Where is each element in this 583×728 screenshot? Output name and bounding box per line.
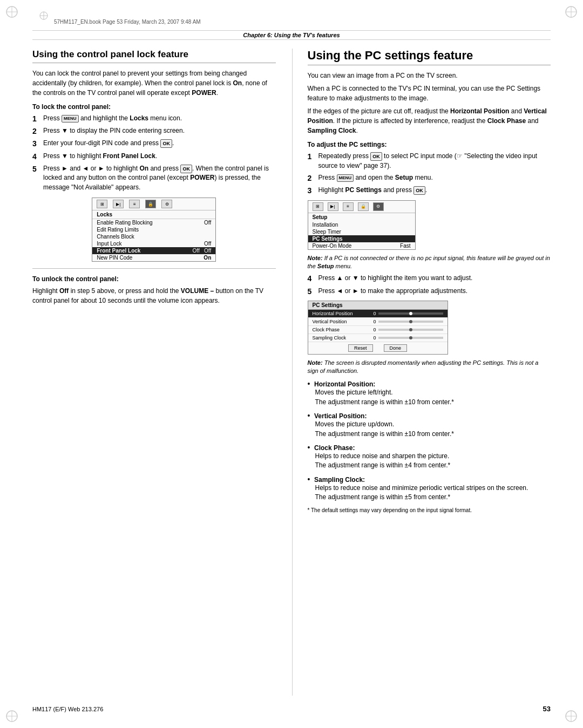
left-column: Using the control panel lock feature You… xyxy=(32,49,276,696)
locks-row-5-highlighted: Front Panel LockOff Off xyxy=(92,247,215,254)
adjust-step-5: 5 Press ◄ or ► to make the appropriate a… xyxy=(308,287,551,296)
bullet-clock: • Clock Phase: Helps to reduce noise and… xyxy=(308,443,551,471)
locks-header: Locks xyxy=(92,210,215,219)
lock-steps-list: 1 Press MENU and highlight the Locks men… xyxy=(32,114,276,192)
s-icon-gear: ⚙ xyxy=(373,202,384,211)
adjust-step-2: 2 Press MENU and open the Setup menu. xyxy=(308,173,551,183)
adjust-step-3: 3 Highlight PC Settings and press OK. xyxy=(308,186,551,195)
setup-icon-row: ⊞ ▶| ≡ 🔒 ⚙ xyxy=(308,201,415,213)
footnote: * The default settings may vary dependin… xyxy=(308,507,551,514)
setup-ui-box: ⊞ ▶| ≡ 🔒 ⚙ Setup Installation Sleep Time… xyxy=(308,200,416,250)
ok-icon-3: OK xyxy=(413,186,425,195)
lock-step-1: 1 Press MENU and highlight the Locks men… xyxy=(32,114,276,124)
to-lock-title: To lock the control panel: xyxy=(32,103,276,111)
menu-key-r: MENU xyxy=(337,174,354,182)
left-intro: You can lock the control panel to preven… xyxy=(32,69,276,98)
corner-mark-br xyxy=(564,709,579,724)
setup-row-2: Sleep Timer xyxy=(308,228,415,235)
right-column: Using the PC settings feature You can vi… xyxy=(292,49,551,696)
file-info: 57HM117_EN.book Page 53 Friday, March 23… xyxy=(54,19,201,25)
lock-step-2: 2 Press ▼ to display the PIN code enteri… xyxy=(32,126,276,136)
adjust-step-4: 4 Press ▲ or ▼ to highlight the item you… xyxy=(308,274,551,283)
adjust-step-1: 1 Repeatedly press OK to select PC input… xyxy=(308,152,551,171)
lock-step-3: 3 Enter your four-digit PIN code and pre… xyxy=(32,139,276,148)
s-icon-3: ≡ xyxy=(343,202,354,211)
right-intro-2: When a PC is connected to the TV's PC IN… xyxy=(308,84,551,103)
page-number: 53 xyxy=(543,705,551,713)
locks-row-2: Edit Rating Limits xyxy=(92,226,215,233)
s-icon-2: ▶| xyxy=(328,202,338,211)
pc-row-vert: Vertical Position 0 xyxy=(308,318,448,326)
ui-icon-lock: 🔒 xyxy=(145,200,156,208)
lock-step-5: 5 Press ► and ◄ or ► to highlight On and… xyxy=(32,164,276,192)
locks-row-3: Channels Block xyxy=(92,233,215,240)
ui-icon-3: ≡ xyxy=(129,200,140,208)
bullet-sampling: • Sampling Clock: Helps to reduce noise … xyxy=(308,475,551,502)
ui-icon-2: ▶| xyxy=(113,200,124,208)
adjust-steps-list: 1 Repeatedly press OK to select PC input… xyxy=(308,152,551,195)
bullet-horiz: • Horizontal Position: Moves the picture… xyxy=(308,379,551,407)
lock-step-4: 4 Press ▼ to highlight Front Panel Lock. xyxy=(32,152,276,161)
bullet-vert: • Vertical Position: Moves the picture u… xyxy=(308,411,551,439)
done-btn[interactable]: Done xyxy=(384,344,408,352)
left-section-title: Using the control panel lock feature xyxy=(32,49,276,63)
ok-icon-right: OK xyxy=(370,152,382,161)
reset-btn[interactable]: Reset xyxy=(348,344,373,352)
note1-box: Note: If a PC is not connected or there … xyxy=(308,254,551,271)
corner-mark-bl xyxy=(4,709,19,724)
main-content: Using the control panel lock feature You… xyxy=(32,49,551,696)
to-adjust-title: To adjust the PC settings: xyxy=(308,141,551,148)
locks-row-1: Enable Rating BlockingOff xyxy=(92,219,215,226)
setup-row-4: Power-On ModeFast xyxy=(308,242,415,249)
chapter-header-bar: Chapter 6: Using the TV's features xyxy=(32,30,551,40)
ui-icon-5: ⚙ xyxy=(161,200,172,208)
s-icon-4: 🔒 xyxy=(358,202,369,211)
pc-row-horiz: Horizontal Position 0 xyxy=(308,310,448,318)
pc-row-clock: Clock Phase 0 xyxy=(308,326,448,334)
adjust-steps-2: 4 Press ▲ or ▼ to highlight the item you… xyxy=(308,274,551,296)
locks-row-4: Input LockOff xyxy=(92,240,215,247)
locks-row-6: New PIN CodeOn xyxy=(92,254,215,261)
corner-mark-tr xyxy=(564,4,579,19)
setup-row-3-pc: PC Settings xyxy=(308,235,415,242)
menu-key-icon: MENU xyxy=(62,115,79,123)
locks-icon-row: ⊞ ▶| ≡ 🔒 ⚙ xyxy=(92,198,215,210)
pc-settings-header: PC Settings xyxy=(308,301,448,310)
right-intro-3: If the edges of the picture are cut off,… xyxy=(308,106,551,135)
right-section-title: Using the PC settings feature xyxy=(308,49,551,65)
pc-row-sampling: Sampling Clock 0 xyxy=(308,334,448,342)
unlock-text: Highlight Off in step 5 above, or press … xyxy=(32,286,276,305)
ok-key-icon: OK xyxy=(160,139,172,148)
chapter-header-text: Chapter 6: Using the TV's features xyxy=(243,32,340,38)
footer: HM117 (E/F) Web 213.276 53 xyxy=(32,705,551,713)
right-intro-1: You can view an image from a PC on the T… xyxy=(308,71,551,80)
corner-mark-tl xyxy=(4,4,19,19)
left-divider xyxy=(32,268,276,269)
locks-ui-box: ⊞ ▶| ≡ 🔒 ⚙ Locks Enable Rating BlockingO… xyxy=(92,198,216,262)
s-icon-1: ⊞ xyxy=(313,202,323,211)
pc-btn-row: Reset Done xyxy=(308,342,448,354)
crosshair-left xyxy=(39,11,49,22)
to-unlock-title: To unlock the control panel: xyxy=(32,275,276,283)
pc-settings-box: PC Settings Horizontal Position 0 Vertic… xyxy=(308,301,448,355)
setup-row-1: Installation xyxy=(308,221,415,228)
note2-box: Note: The screen is disrupted momentaril… xyxy=(308,359,551,376)
bullet-section: • Horizontal Position: Moves the picture… xyxy=(308,379,551,502)
setup-header: Setup xyxy=(308,213,415,221)
footer-code: HM117 (E/F) Web 213.276 xyxy=(32,706,103,712)
ui-icon-1: ⊞ xyxy=(97,200,107,208)
ok-key-icon-2: OK xyxy=(180,165,192,173)
